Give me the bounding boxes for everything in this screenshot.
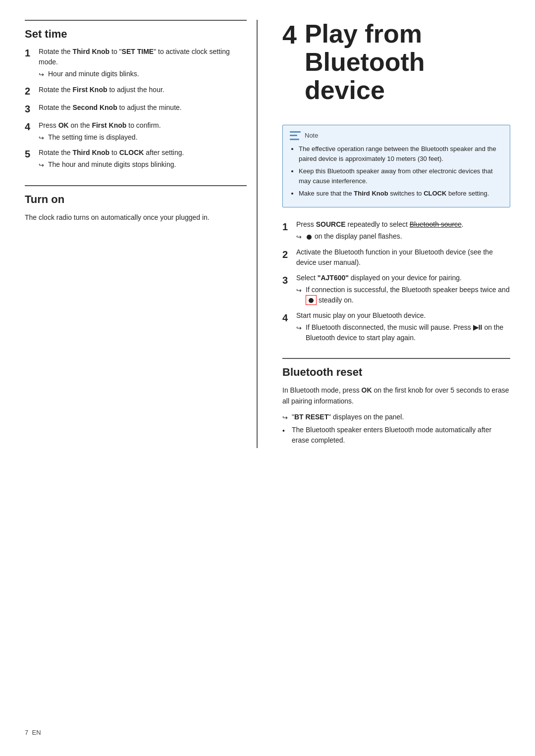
chapter-number: 4 [282, 20, 297, 50]
step-1-arrow: ↪ Hour and minute digits blinks. [39, 69, 247, 80]
play-step-4-arrow-text: If Bluetooth disconnected, the music wil… [306, 322, 510, 343]
page-layout: Set time 1 Rotate the Third Knob to "SET… [25, 20, 510, 448]
set-time-step-4: 4 Press OK on the First Knob to confirm.… [25, 120, 247, 143]
turn-on-title: Turn on [25, 193, 247, 206]
play-step-4-content: Start music play on your Bluetooth devic… [296, 310, 510, 343]
play-step-1-content: Press SOURCE repeatedly to select Blueto… [296, 219, 510, 242]
bt-reset-item-1-text: "BT RESET" displayes on the panel. [292, 412, 404, 422]
play-step-1-text: Press SOURCE repeatedly to select Blueto… [296, 220, 464, 228]
section-divider-set-time [25, 20, 247, 21]
bluetooth-reset-title: Bluetooth reset [282, 366, 510, 379]
section-divider-bt-reset [282, 358, 510, 359]
note-box: Note The effective operation range betwe… [282, 125, 510, 208]
step-number-1: 1 [25, 47, 39, 59]
step-4-arrow-text: The setting time is displayed. [48, 132, 138, 143]
play-step-1-arrow: ↪ on the display panel flashes. [296, 231, 510, 242]
chapter-title: Play fromBluetoothdevice [305, 20, 425, 105]
play-step-4-arrow: ↪ If Bluetooth disconnected, the music w… [296, 322, 510, 343]
play-step-number-1: 1 [282, 219, 296, 234]
step-5-text: Rotate the Third Knob to CLOCK after set… [39, 149, 184, 156]
play-step-2: 2 Activate the Bluetooth function in you… [282, 247, 510, 268]
note-item-3: Make sure that the Third Knob switches t… [299, 189, 503, 199]
step-1-arrow-text: Hour and minute digits blinks. [48, 69, 139, 79]
note-list: The effective operation range between th… [290, 144, 503, 199]
page-footer: 7 EN [25, 729, 41, 736]
play-step-4-text: Start music play on your Bluetooth devic… [296, 311, 426, 319]
play-step-1-arrow-text: on the display panel flashes. [306, 231, 402, 242]
red-box-annotation [306, 295, 317, 305]
set-time-step-3: 3 Rotate the Second Knob to adjust the m… [25, 102, 247, 115]
bt-reset-item-2: • The Bluetooth speaker enters Bluetooth… [282, 425, 510, 446]
arrow-symbol-p4: ↪ [296, 323, 303, 333]
turn-on-section: Turn on The clock radio turns on automat… [25, 185, 247, 223]
black-circle-1 [307, 235, 312, 240]
page-number: 7 [25, 729, 28, 736]
black-circle-3 [309, 298, 314, 303]
step-1-content: Rotate the Third Knob to "SET TIME" to a… [39, 47, 247, 80]
right-column: 4 Play fromBluetoothdevice Note The effe… [277, 20, 510, 448]
play-step-1: 1 Press SOURCE repeatedly to select Blue… [282, 219, 510, 242]
play-step-2-content: Activate the Bluetooth function in your … [296, 247, 510, 268]
note-icon [290, 131, 301, 140]
bluetooth-reset-section: Bluetooth reset In Bluetooth mode, press… [282, 358, 510, 446]
step-number-5: 5 [25, 148, 39, 160]
play-step-3-arrow-text: If connection is successful, the Bluetoo… [306, 285, 510, 305]
bullet-dot-bt2: • [282, 426, 289, 436]
step-number-3: 3 [25, 102, 39, 115]
arrow-symbol-5: ↪ [39, 160, 46, 170]
step-number-2: 2 [25, 85, 39, 98]
left-column: Set time 1 Rotate the Third Knob to "SET… [25, 20, 258, 448]
chapter-heading: 4 Play fromBluetoothdevice [282, 20, 510, 115]
arrow-symbol-p3: ↪ [296, 286, 303, 296]
play-step-number-3: 3 [282, 273, 296, 288]
step-5-arrow: ↪ The hour and minute digits stops blink… [39, 159, 247, 170]
step-4-arrow: ↪ The setting time is displayed. [39, 132, 247, 143]
play-step-3-content: Select "AJT600" displayed on your device… [296, 273, 510, 305]
step-5-arrow-text: The hour and minute digits stops blinkin… [48, 159, 176, 170]
step-number-4: 4 [25, 120, 39, 133]
step-5-content: Rotate the Third Knob to CLOCK after set… [39, 148, 247, 170]
bluetooth-reset-list: ↪ "BT RESET" displayes on the panel. • T… [282, 412, 510, 446]
step-2-content: Rotate the First Knob to adjust the hour… [39, 85, 247, 95]
play-step-3: 3 Select "AJT600" displayed on your devi… [282, 273, 510, 305]
page-lang: EN [32, 729, 41, 736]
note-item-1: The effective operation range between th… [299, 144, 503, 164]
play-step-3-text: Select "AJT600" displayed on your device… [296, 274, 462, 282]
play-step-2-text: Activate the Bluetooth function in your … [296, 248, 493, 266]
step-3-text: Rotate the Second Knob to adjust the min… [39, 103, 182, 111]
play-steps: 1 Press SOURCE repeatedly to select Blue… [282, 219, 510, 343]
play-step-number-2: 2 [282, 247, 296, 262]
note-item-2: Keep this Bluetooth speaker away from ot… [299, 166, 503, 186]
play-step-number-4: 4 [282, 310, 296, 325]
bluetooth-reset-intro: In Bluetooth mode, press OK on the first… [282, 385, 510, 407]
step-2-text: Rotate the First Knob to adjust the hour… [39, 86, 164, 94]
arrow-symbol-bt1: ↪ [282, 413, 289, 423]
step-4-text: Press OK on the First Knob to confirm. [39, 121, 161, 129]
arrow-symbol-4: ↪ [39, 133, 46, 143]
step-1-text: Rotate the Third Knob to "SET TIME" to a… [39, 48, 230, 66]
step-3-content: Rotate the Second Knob to adjust the min… [39, 102, 247, 113]
arrow-symbol: ↪ [39, 70, 46, 80]
section-divider-turn-on [25, 185, 247, 186]
note-header: Note [290, 131, 503, 140]
step-4-content: Press OK on the First Knob to confirm. ↪… [39, 120, 247, 143]
note-label: Note [305, 132, 318, 139]
arrow-symbol-p1: ↪ [296, 232, 303, 242]
turn-on-text: The clock radio turns on automatically o… [25, 212, 247, 223]
bt-reset-item-2-text: The Bluetooth speaker enters Bluetooth m… [292, 425, 510, 446]
set-time-step-5: 5 Rotate the Third Knob to CLOCK after s… [25, 148, 247, 170]
set-time-step-2: 2 Rotate the First Knob to adjust the ho… [25, 85, 247, 98]
bt-reset-item-1: ↪ "BT RESET" displayes on the panel. [282, 412, 510, 423]
set-time-steps: 1 Rotate the Third Knob to "SET TIME" to… [25, 47, 247, 170]
play-step-4: 4 Start music play on your Bluetooth dev… [282, 310, 510, 343]
set-time-title: Set time [25, 28, 247, 41]
play-step-3-arrow: ↪ If connection is successful, the Bluet… [296, 285, 510, 305]
set-time-step-1: 1 Rotate the Third Knob to "SET TIME" to… [25, 47, 247, 80]
